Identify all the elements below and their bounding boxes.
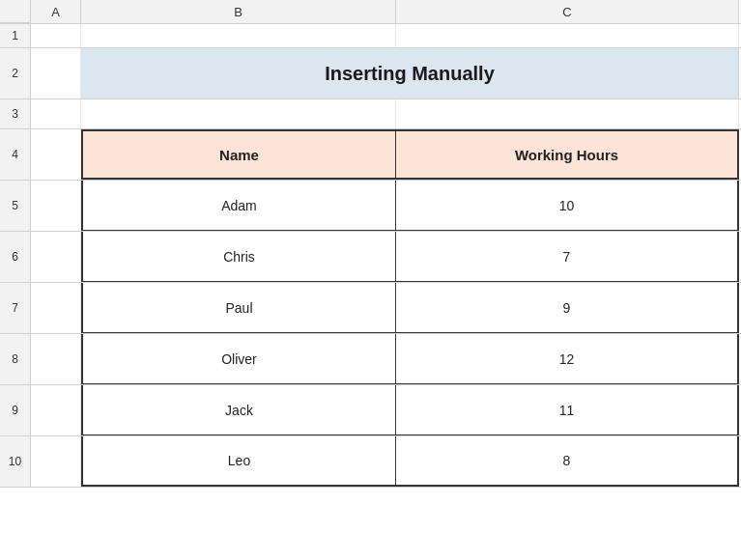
cell-a10[interactable] <box>31 436 81 487</box>
row-2: 2 Inserting Manually <box>0 48 741 99</box>
cell-name-6[interactable]: Chris <box>81 232 396 282</box>
spreadsheet: A B C 1 2 Inserting Manually 3 4 Name Wo… <box>0 0 741 560</box>
corner-cell <box>0 0 31 23</box>
cell-hours-5[interactable]: 10 <box>396 181 739 231</box>
table-header-name[interactable]: Name <box>81 129 396 180</box>
cell-name-7[interactable]: Paul <box>81 283 396 333</box>
cell-name-8[interactable]: Oliver <box>81 334 396 384</box>
cell-b3[interactable] <box>81 99 396 128</box>
row-header-6[interactable]: 6 <box>0 232 31 282</box>
row-header-9[interactable]: 9 <box>0 385 31 435</box>
col-header-c[interactable]: C <box>396 0 739 23</box>
cell-a5[interactable] <box>31 181 81 231</box>
cell-a4[interactable] <box>31 129 81 180</box>
cell-name-5[interactable]: Adam <box>81 181 396 231</box>
row-5: 5 Adam 10 <box>0 181 741 232</box>
row-6: 6 Chris 7 <box>0 232 741 283</box>
cell-hours-7[interactable]: 9 <box>396 283 739 333</box>
cell-hours-9[interactable]: 11 <box>396 385 739 435</box>
row-header-1[interactable]: 1 <box>0 24 31 47</box>
cell-a9[interactable] <box>31 385 81 435</box>
title-cell[interactable]: Inserting Manually <box>81 48 739 98</box>
row-header-2[interactable]: 2 <box>0 48 31 98</box>
cell-hours-10[interactable]: 8 <box>396 436 739 487</box>
cell-c3[interactable] <box>396 99 739 128</box>
row-header-5[interactable]: 5 <box>0 181 31 231</box>
column-headers: A B C <box>0 0 741 24</box>
row-header-10[interactable]: 10 <box>0 436 31 487</box>
cell-a2[interactable] <box>31 48 81 98</box>
col-header-a[interactable]: A <box>31 0 81 23</box>
col-header-b[interactable]: B <box>81 0 396 23</box>
cell-hours-6[interactable]: 7 <box>396 232 739 282</box>
table-header-hours[interactable]: Working Hours <box>396 129 739 180</box>
cell-c1[interactable] <box>396 24 739 47</box>
cell-hours-8[interactable]: 12 <box>396 334 739 384</box>
row-3: 3 <box>0 99 741 129</box>
cell-a8[interactable] <box>31 334 81 384</box>
row-header-7[interactable]: 7 <box>0 283 31 333</box>
cell-name-10[interactable]: Leo <box>81 436 396 487</box>
row-1: 1 <box>0 24 741 48</box>
cell-a6[interactable] <box>31 232 81 282</box>
row-7: 7 Paul 9 <box>0 283 741 334</box>
data-rows: 5 Adam 10 6 Chris 7 7 Paul 9 8 Oliver 12… <box>0 181 741 488</box>
row-4: 4 Name Working Hours <box>0 129 741 181</box>
row-header-8[interactable]: 8 <box>0 334 31 384</box>
cell-a7[interactable] <box>31 283 81 333</box>
row-header-4[interactable]: 4 <box>0 129 31 180</box>
cell-a1[interactable] <box>31 24 81 47</box>
row-9: 9 Jack 11 <box>0 385 741 436</box>
cell-name-9[interactable]: Jack <box>81 385 396 435</box>
row-header-3[interactable]: 3 <box>0 99 31 128</box>
cell-b1[interactable] <box>81 24 396 47</box>
row-8: 8 Oliver 12 <box>0 334 741 385</box>
row-10: 10 Leo 8 <box>0 436 741 488</box>
cell-a3[interactable] <box>31 99 81 128</box>
